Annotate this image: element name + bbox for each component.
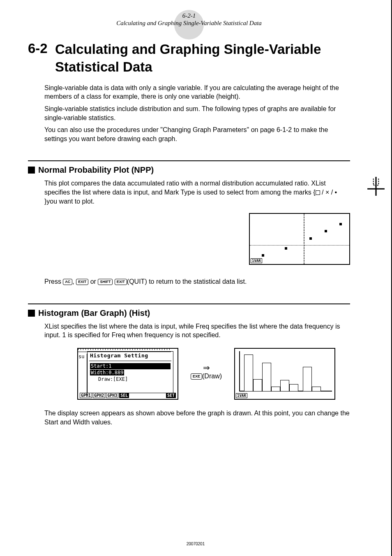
hist-body: XList specifies the list where the data … [44, 322, 350, 426]
hist-left-fragment: su [78, 354, 87, 395]
hist-bar [262, 363, 271, 392]
bullet-square-icon [28, 310, 35, 317]
footer-code: 20070201 [187, 542, 205, 546]
section-head-hist: Histogram (Bar Graph) (Hist) [28, 303, 350, 318]
key-exit-2: EXIT [115, 279, 127, 285]
hist-setting-divider [89, 361, 171, 361]
intro-block: Single-variable data is data with only a… [44, 83, 350, 144]
hist-setting-line2: Width:0.889 [90, 370, 124, 375]
hist-bar [244, 354, 253, 392]
npp-haxis [250, 245, 349, 246]
hist-softkeys: GPH1 GPH2 GPH3 SEL SET [80, 393, 176, 398]
press-prefix: Press [44, 278, 63, 285]
hist-bar [303, 367, 312, 392]
intro-p3: You can also use the procedures under "C… [44, 125, 350, 143]
key-ac: AC [63, 279, 72, 285]
npp-softkey: 1VAR [251, 258, 262, 263]
press-sep2: or [88, 278, 98, 285]
hist-setting-display: su Histogram Setting Start:1 Width:0.889… [77, 348, 178, 400]
hist-y-axis [239, 351, 240, 392]
key-exe: EXE [191, 373, 202, 380]
hist-bar [289, 384, 298, 392]
press-sep1: , [72, 278, 76, 285]
npp-grid [250, 214, 349, 264]
softkey-gph1: GPH1 [80, 393, 92, 398]
hist-bar [253, 379, 262, 392]
hist-text: XList specifies the list where the data … [44, 322, 350, 340]
page-number: 6-2-1 [28, 12, 350, 19]
hist-title: Histogram (Bar Graph) (Hist) [38, 308, 150, 318]
hist-bar [312, 387, 321, 392]
chapter-number: 6-2 [28, 41, 55, 76]
hist-setting-title: Histogram Setting [90, 352, 148, 359]
page-header: 6-2-1 Calculating and Graphing Single-Va… [28, 12, 350, 27]
press-tail: to return to the statistical data list. [147, 278, 247, 285]
intro-p2: Single-variable statistics include distr… [44, 104, 350, 122]
page-subtitle: Calculating and Graphing Single-Variable… [28, 20, 350, 27]
npp-point [262, 254, 264, 257]
npp-text: This plot compares the data accumulated … [44, 179, 350, 206]
hist-graph-display: 1VAR [234, 348, 335, 400]
crosshair-icon [367, 177, 385, 196]
softkey-set: SET [166, 393, 176, 398]
npp-point [309, 237, 312, 240]
npp-title: Normal Probability Plot (NPP) [38, 165, 154, 175]
npp-vaxis [304, 214, 304, 264]
chapter-heading: 6-2 Calculating and Graphing Single-Vari… [28, 41, 350, 76]
arrow-icon: ⇒ [191, 363, 222, 373]
softkey-gph3: GPH3 [106, 393, 118, 398]
chapter-title: Calculating and Graphing Single-Variable… [55, 41, 350, 76]
npp-body-span: This plot compares the data accumulated … [44, 180, 326, 196]
hist-post-text: The display screen appears as shown abov… [44, 409, 350, 426]
npp-point [285, 247, 287, 250]
mark-square-icon [316, 190, 320, 195]
hist-bar [280, 380, 289, 392]
bullet-square-icon [28, 167, 35, 174]
npp-point [339, 223, 342, 225]
hist-setting-line1: Start:1 [90, 363, 171, 369]
key-exit: EXIT [76, 279, 88, 285]
draw-label: (Draw) [202, 373, 222, 380]
hist-graph-softkey: 1VAR [236, 393, 247, 398]
hist-row: su Histogram Setting Start:1 Width:0.889… [77, 348, 350, 400]
hist-setting-line3: Draw:[EXE] [98, 376, 128, 382]
key-shift: SHIFT [98, 279, 113, 285]
npp-press-line: Press AC, EXIT or SHIFT EXIT(QUIT) to re… [44, 277, 350, 286]
hist-inner-box: Histogram Setting Start:1 Width:0.889 Dr… [87, 351, 173, 393]
softkey-gph2: GPH2 [93, 393, 105, 398]
hist-arrow-block: ⇒ EXE(Draw) [191, 348, 222, 380]
softkey-sel: SEL [119, 393, 129, 398]
section-head-npp: Normal Probability Plot (NPP) [28, 160, 350, 175]
npp-display: 1VAR [249, 213, 350, 265]
press-quit: (QUIT) [127, 278, 147, 285]
hist-bar [271, 387, 280, 392]
intro-p1: Single-variable data is data with only a… [44, 83, 350, 101]
npp-point [325, 230, 327, 232]
npp-body: This plot compares the data accumulated … [44, 179, 350, 286]
